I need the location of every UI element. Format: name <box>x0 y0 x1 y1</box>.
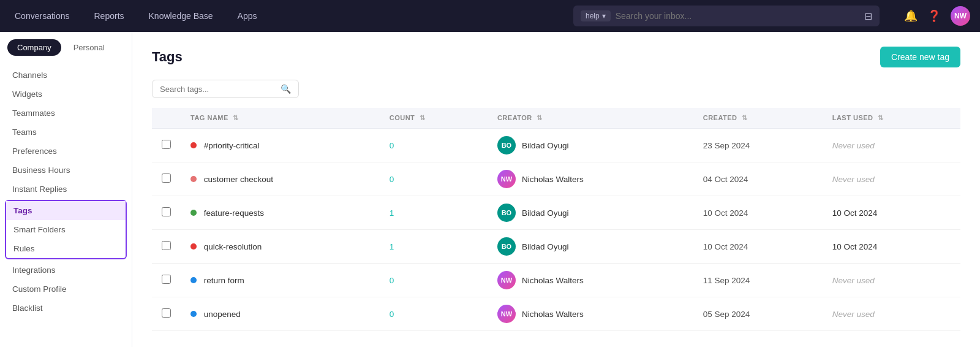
table-header-row: TAG NAME ⇅ COUNT ⇅ CREATOR ⇅ CREATED ⇅ <box>152 108 960 129</box>
row-tag-name-5: unopened <box>181 297 380 331</box>
tags-table: TAG NAME ⇅ COUNT ⇅ CREATOR ⇅ CREATED ⇅ <box>152 108 960 331</box>
header-tag-name[interactable]: TAG NAME ⇅ <box>181 108 380 129</box>
tag-name-label-3: quick-resolution <box>204 242 262 251</box>
row-checkbox-cell-2 <box>152 196 181 230</box>
search-inbox-input[interactable] <box>616 11 859 21</box>
creator-cell-4: NW Nicholas Walters <box>497 271 684 289</box>
row-count-0: 0 <box>380 129 488 162</box>
bell-icon[interactable]: 🔔 <box>904 9 918 23</box>
row-count-5: 0 <box>380 297 488 331</box>
row-checkbox-cell-5 <box>152 297 181 331</box>
row-tag-name-2: feature-requests <box>181 196 380 230</box>
nav-knowledge-base[interactable]: Knowledge Base <box>144 7 218 25</box>
tag-name-label-5: unopened <box>204 310 241 319</box>
help-icon[interactable]: ❓ <box>927 9 941 23</box>
row-checkbox-0[interactable] <box>162 140 171 149</box>
tab-company[interactable]: Company <box>7 39 61 56</box>
creator-cell-0: BO Bildad Oyugi <box>497 136 684 154</box>
sidebar-item-instant-replies[interactable]: Instant Replies <box>0 180 132 199</box>
table-row: customer checkout 0 NW Nicholas Walters … <box>152 162 960 196</box>
search-tags-input[interactable] <box>160 85 276 94</box>
tab-personal[interactable]: Personal <box>64 39 115 56</box>
last-used-val-3: 10 Oct 2024 <box>832 242 878 251</box>
row-checkbox-3[interactable] <box>162 241 171 250</box>
create-new-tag-button[interactable]: Create new tag <box>880 47 960 67</box>
sidebar-item-integrations[interactable]: Integrations <box>0 261 132 280</box>
row-tag-name-4: return form <box>181 264 380 297</box>
tag-dot-4 <box>190 277 197 283</box>
chevron-down-icon: ▾ <box>602 12 606 20</box>
search-bar: help ▾ ⊟ <box>573 6 880 26</box>
help-badge[interactable]: help ▾ <box>581 10 611 21</box>
creator-cell-2: BO Bildad Oyugi <box>497 204 684 222</box>
creator-avatar-5: NW <box>497 305 516 323</box>
header-created[interactable]: CREATED ⇅ <box>693 108 823 129</box>
table-row: feature-requests 1 BO Bildad Oyugi 10 Oc… <box>152 196 960 230</box>
search-tags-container: 🔍 <box>152 80 299 98</box>
sort-arrow-last-used: ⇅ <box>878 114 884 121</box>
row-checkbox-cell-3 <box>152 230 181 264</box>
sidebar-item-teammates[interactable]: Teammates <box>0 104 132 123</box>
sidebar-item-widgets[interactable]: Widgets <box>0 85 132 104</box>
header-creator[interactable]: CREATOR ⇅ <box>488 108 693 129</box>
row-creator-3: BO Bildad Oyugi <box>488 230 693 264</box>
creator-avatar-0: BO <box>497 136 516 154</box>
table-row: quick-resolution 1 BO Bildad Oyugi 10 Oc… <box>152 230 960 264</box>
tag-name-label-0: #priority-critical <box>204 141 260 150</box>
sidebar-item-teams[interactable]: Teams <box>0 123 132 142</box>
row-last-used-5: Never used <box>823 297 960 331</box>
filter-icon[interactable]: ⊟ <box>864 10 872 22</box>
nav-reports[interactable]: Reports <box>89 7 129 25</box>
sort-arrow-count: ⇅ <box>420 114 426 121</box>
header-count[interactable]: COUNT ⇅ <box>380 108 488 129</box>
row-creator-1: NW Nicholas Walters <box>488 162 693 196</box>
last-used-val-4: Never used <box>832 276 875 285</box>
row-checkbox-2[interactable] <box>162 207 171 216</box>
sidebar-item-tags[interactable]: Tags <box>6 201 126 220</box>
sidebar-item-channels[interactable]: Channels <box>0 66 132 85</box>
count-val-2: 1 <box>390 208 394 218</box>
row-created-5: 05 Sep 2024 <box>693 297 823 331</box>
row-last-used-3: 10 Oct 2024 <box>823 230 960 264</box>
header-last-used-label: LAST USED <box>832 114 873 121</box>
row-tag-name-0: #priority-critical <box>181 129 380 162</box>
created-val-0: 23 Sep 2024 <box>703 141 750 150</box>
tag-name-label-1: customer checkout <box>204 175 273 184</box>
sidebar-item-custom-profile[interactable]: Custom Profile <box>0 280 132 299</box>
table-row: #priority-critical 0 BO Bildad Oyugi 23 … <box>152 129 960 162</box>
main-content: Tags Create new tag 🔍 TAG NAME ⇅ COUNT ⇅ <box>132 32 980 347</box>
creator-name-4: Nicholas Walters <box>522 276 584 285</box>
row-checkbox-5[interactable] <box>162 308 171 318</box>
row-checkbox-4[interactable] <box>162 275 171 284</box>
row-checkbox-1[interactable] <box>162 174 171 183</box>
row-count-3: 1 <box>380 230 488 264</box>
count-val-4: 0 <box>390 276 394 285</box>
sidebar-item-smart-folders[interactable]: Smart Folders <box>6 220 126 239</box>
created-val-3: 10 Oct 2024 <box>703 242 748 251</box>
row-tag-name-3: quick-resolution <box>181 230 380 264</box>
user-avatar[interactable]: NW <box>951 6 970 26</box>
header-checkbox-cell <box>152 108 181 129</box>
sidebar-item-preferences[interactable]: Preferences <box>0 142 132 161</box>
nav-right: 🔔 ❓ NW <box>904 6 970 26</box>
selected-section-box: Tags Smart Folders Rules <box>5 200 127 259</box>
nav-conversations[interactable]: Conversations <box>10 7 75 25</box>
help-badge-label: help <box>586 12 600 20</box>
header-last-used[interactable]: LAST USED ⇅ <box>823 108 960 129</box>
tag-dot-5 <box>190 311 197 317</box>
sidebar-item-rules[interactable]: Rules <box>6 239 126 258</box>
row-creator-5: NW Nicholas Walters <box>488 297 693 331</box>
sidebar-item-blacklist[interactable]: Blacklist <box>0 299 132 318</box>
row-creator-0: BO Bildad Oyugi <box>488 129 693 162</box>
sidebar: Company Personal Channels Widgets Teamma… <box>0 32 132 347</box>
tag-dot-3 <box>190 243 197 250</box>
last-used-val-0: Never used <box>832 141 875 150</box>
top-nav: Conversations Reports Knowledge Base App… <box>0 0 980 32</box>
nav-apps[interactable]: Apps <box>233 7 262 25</box>
page-title: Tags <box>152 49 183 65</box>
count-val-1: 0 <box>390 175 394 184</box>
table-row: return form 0 NW Nicholas Walters 11 Sep… <box>152 264 960 297</box>
row-creator-2: BO Bildad Oyugi <box>488 196 693 230</box>
creator-name-3: Bildad Oyugi <box>522 242 569 251</box>
sidebar-item-business-hours[interactable]: Business Hours <box>0 161 132 180</box>
